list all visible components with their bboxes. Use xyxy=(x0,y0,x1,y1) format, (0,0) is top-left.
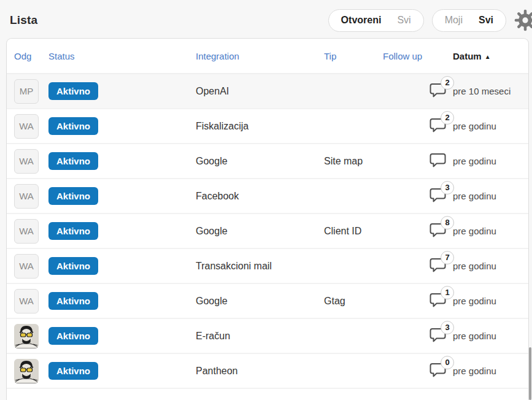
chat-bubble-icon xyxy=(428,152,447,168)
datum-cell: pre 10 meseci xyxy=(453,86,528,96)
list-card: OdgStatusIntegrationTipFollow upDatum▲ M… xyxy=(6,38,529,400)
page-title: Lista xyxy=(10,13,37,27)
table-row[interactable]: WA Aktivno Google Client ID 8 pre godinu xyxy=(7,214,528,249)
integration-cell: OpenAI xyxy=(196,86,324,97)
datum-cell: pre godinu xyxy=(453,156,528,166)
integration-cell: E-račun xyxy=(196,331,324,342)
column-header-datum[interactable]: Datum▲ xyxy=(453,51,528,61)
avatar xyxy=(14,324,39,348)
followup-count-badge: 7 xyxy=(441,251,454,264)
followup-button[interactable]: 2 xyxy=(428,82,447,98)
datum-cell: pre godinu xyxy=(453,121,528,131)
followup-count-badge: 2 xyxy=(441,111,454,125)
followup-button[interactable]: 3 xyxy=(428,327,447,343)
integration-cell: Google xyxy=(196,226,324,237)
followup-count-badge: 3 xyxy=(441,181,454,194)
followup-button[interactable]: 0 xyxy=(428,362,447,378)
table-row[interactable]: Aktivno E-račun 3 pre godinu xyxy=(7,319,528,354)
status-badge[interactable]: Aktivno xyxy=(48,222,98,240)
integration-cell: Google xyxy=(196,296,324,307)
table-body: MP Aktivno OpenAI 2 pre 10 meseci WA Akt… xyxy=(7,74,528,389)
datum-cell: pre godinu xyxy=(453,366,528,376)
followup-count-badge: 8 xyxy=(441,216,454,229)
vertical-scrollbar[interactable] xyxy=(529,347,531,400)
toggle-option-svi[interactable]: Svi xyxy=(479,15,493,26)
top-bar-actions: OtvoreniSvi MojiSvi xyxy=(328,9,532,32)
integration-cell: Fiskalizacija xyxy=(196,121,324,132)
tip-cell: Site map xyxy=(324,156,383,167)
table-row[interactable]: WA Aktivno Fiskalizacija 2 pre godinu xyxy=(7,109,528,144)
toggle-group-owner-filter: MojiSvi xyxy=(432,9,506,32)
avatar: WA xyxy=(14,219,39,244)
settings-button[interactable] xyxy=(514,9,532,32)
column-header-integration[interactable]: Integration xyxy=(196,51,324,61)
table-row[interactable]: WA Aktivno Facebook 3 pre godinu xyxy=(7,179,528,214)
status-badge[interactable]: Aktivno xyxy=(48,117,98,135)
integration-cell: Facebook xyxy=(196,191,324,202)
table-header-row: OdgStatusIntegrationTipFollow upDatum▲ xyxy=(7,39,528,74)
table-row[interactable]: MP Aktivno OpenAI 2 pre 10 meseci xyxy=(7,74,528,109)
status-badge[interactable]: Aktivno xyxy=(48,257,98,275)
followup-count-badge: 1 xyxy=(441,286,454,299)
status-badge[interactable]: Aktivno xyxy=(48,187,98,205)
avatar: WA xyxy=(14,149,39,174)
integration-cell: Pantheon xyxy=(196,366,324,377)
sort-ascending-icon: ▲ xyxy=(485,53,491,60)
followup-button[interactable]: 7 xyxy=(428,257,447,273)
avatar: WA xyxy=(14,289,39,313)
followup-button[interactable]: 3 xyxy=(428,187,447,203)
table-row[interactable]: Aktivno Pantheon 0 pre godinu xyxy=(7,354,528,389)
toggle-option-svi[interactable]: Svi xyxy=(397,15,411,26)
datum-cell: pre godinu xyxy=(453,296,528,306)
status-badge[interactable]: Aktivno xyxy=(48,152,98,170)
toggle-group-open-filter: OtvoreniSvi xyxy=(328,9,424,32)
column-header-tip[interactable]: Tip xyxy=(324,51,383,61)
avatar xyxy=(14,359,39,383)
top-bar: Lista OtvoreniSvi MojiSvi xyxy=(0,0,532,34)
column-header-follow-up[interactable]: Follow up xyxy=(383,51,453,61)
column-header-odg[interactable]: Odg xyxy=(14,51,48,61)
toggle-option-moji[interactable]: Moji xyxy=(445,15,463,26)
followup-count-badge: 0 xyxy=(441,356,454,369)
status-badge[interactable]: Aktivno xyxy=(48,82,98,100)
avatar: WA xyxy=(14,254,39,279)
user-photo-avatar xyxy=(14,324,39,348)
datum-cell: pre godinu xyxy=(453,226,528,236)
table-row[interactable]: WA Aktivno Google Gtag 1 pre godinu xyxy=(7,284,528,319)
followup-count-badge: 2 xyxy=(441,76,454,90)
datum-cell: pre godinu xyxy=(453,261,528,271)
user-photo-avatar xyxy=(14,359,39,383)
status-badge[interactable]: Aktivno xyxy=(48,292,98,310)
status-badge[interactable]: Aktivno xyxy=(48,327,98,345)
followup-count-badge: 3 xyxy=(441,321,454,334)
gear-icon xyxy=(514,9,532,32)
table-row[interactable]: WA Aktivno Transakcioni mail 7 pre godin… xyxy=(7,249,528,284)
followup-button[interactable] xyxy=(428,152,447,168)
avatar: WA xyxy=(14,184,39,209)
integration-cell: Google xyxy=(196,156,324,167)
avatar: MP xyxy=(14,79,39,104)
toggle-option-otvoreni[interactable]: Otvoreni xyxy=(341,15,382,26)
avatar: WA xyxy=(14,114,39,139)
followup-button[interactable]: 1 xyxy=(428,292,447,308)
table-row[interactable]: WA Aktivno Google Site map pre godinu xyxy=(7,144,528,179)
datum-cell: pre godinu xyxy=(453,331,528,341)
followup-button[interactable]: 8 xyxy=(428,222,447,238)
datum-cell: pre godinu xyxy=(453,191,528,201)
status-badge[interactable]: Aktivno xyxy=(48,362,98,380)
tip-cell: Client ID xyxy=(324,226,383,237)
integration-cell: Transakcioni mail xyxy=(196,261,324,272)
followup-button[interactable]: 2 xyxy=(428,117,447,133)
column-header-status[interactable]: Status xyxy=(48,51,196,61)
tip-cell: Gtag xyxy=(324,296,383,307)
